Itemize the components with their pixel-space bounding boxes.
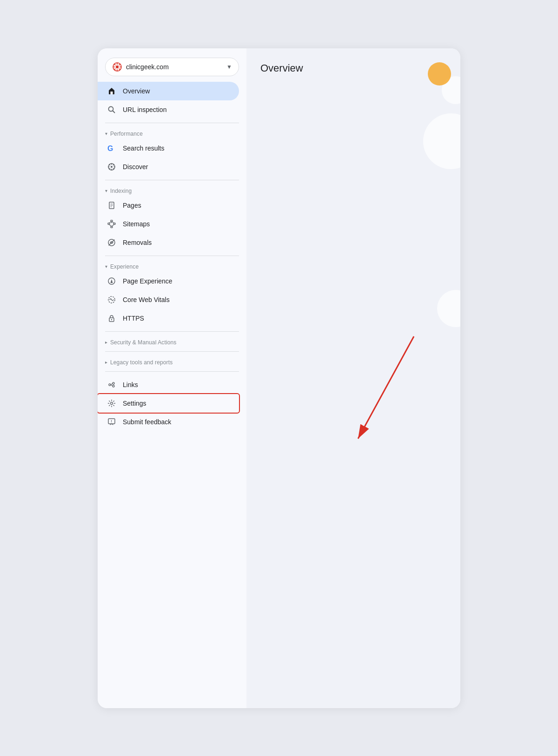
property-selector[interactable]: clinicgeek.com ▼ bbox=[105, 58, 239, 76]
svg-line-4 bbox=[113, 111, 115, 112]
deco-circle-3 bbox=[437, 290, 460, 327]
sidebar-item-sitemaps[interactable]: Sitemaps bbox=[98, 215, 239, 233]
core-web-vitals-label: Core Web Vitals bbox=[123, 296, 170, 303]
svg-rect-2 bbox=[111, 92, 113, 94]
svg-rect-22 bbox=[113, 223, 115, 224]
dropdown-arrow-icon: ▼ bbox=[226, 64, 232, 70]
sitemaps-label: Sitemaps bbox=[123, 220, 150, 228]
svg-line-26 bbox=[112, 224, 114, 226]
deco-circle-2 bbox=[423, 113, 460, 169]
security-section-header[interactable]: ▸ Security & Manual Actions bbox=[98, 335, 246, 348]
sidebar-item-pages[interactable]: Pages bbox=[98, 196, 239, 215]
sitemaps-icon bbox=[107, 219, 116, 229]
page-title: Overview bbox=[260, 62, 446, 74]
performance-section-label: Performance bbox=[110, 131, 143, 137]
divider-2 bbox=[105, 180, 239, 180]
sidebar-item-search-results[interactable]: G Search results bbox=[98, 139, 239, 158]
svg-point-38 bbox=[113, 385, 114, 387]
svg-point-35 bbox=[111, 319, 112, 320]
indexing-collapse-icon: ▾ bbox=[105, 188, 107, 193]
performance-section-header: ▾ Performance bbox=[98, 127, 246, 139]
svg-rect-21 bbox=[108, 223, 110, 224]
svg-line-30 bbox=[109, 240, 114, 245]
pages-label: Pages bbox=[123, 202, 141, 209]
svg-point-1 bbox=[116, 66, 119, 68]
page-experience-icon bbox=[107, 276, 116, 286]
divider-6 bbox=[105, 371, 239, 372]
main-card: clinicgeek.com ▼ Overview URL inspection bbox=[98, 48, 460, 708]
svg-line-14 bbox=[109, 168, 110, 169]
pages-icon bbox=[107, 201, 116, 210]
settings-icon bbox=[107, 399, 116, 408]
legacy-expand-icon: ▸ bbox=[105, 360, 107, 365]
indexing-section-label: Indexing bbox=[110, 188, 132, 194]
svg-text:!: ! bbox=[111, 419, 112, 423]
sidebar-item-core-web-vitals[interactable]: Core Web Vitals bbox=[98, 290, 239, 309]
svg-point-36 bbox=[109, 384, 111, 386]
sidebar-item-https[interactable]: HTTPS bbox=[98, 309, 239, 328]
submit-feedback-label: Submit feedback bbox=[123, 418, 171, 426]
annotation-arrow bbox=[330, 327, 432, 457]
svg-line-13 bbox=[113, 164, 114, 165]
experience-section-header: ▾ Experience bbox=[98, 260, 246, 272]
sidebar: clinicgeek.com ▼ Overview URL inspection bbox=[98, 48, 246, 708]
sidebar-item-page-experience[interactable]: Page Experience bbox=[98, 272, 239, 290]
divider-5 bbox=[105, 351, 239, 352]
sidebar-item-submit-feedback[interactable]: ! Submit feedback bbox=[98, 413, 239, 431]
main-content: Overview bbox=[246, 48, 460, 708]
experience-collapse-icon: ▾ bbox=[105, 264, 107, 269]
search-results-label: Search results bbox=[123, 145, 164, 152]
https-label: HTTPS bbox=[123, 315, 144, 322]
sidebar-item-settings[interactable]: Settings bbox=[98, 394, 239, 413]
svg-point-15 bbox=[111, 166, 113, 168]
sidebar-item-links[interactable]: Links bbox=[98, 375, 239, 394]
performance-collapse-icon: ▾ bbox=[105, 131, 107, 136]
svg-line-12 bbox=[113, 168, 114, 169]
removals-label: Removals bbox=[123, 239, 152, 246]
svg-marker-32 bbox=[111, 279, 113, 283]
search-icon bbox=[107, 105, 116, 114]
svg-line-40 bbox=[111, 385, 113, 386]
divider-3 bbox=[105, 256, 239, 256]
https-lock-icon bbox=[107, 314, 116, 323]
indexing-section-header: ▾ Indexing bbox=[98, 184, 246, 196]
removals-icon bbox=[107, 238, 116, 247]
url-inspection-label: URL inspection bbox=[123, 106, 166, 113]
svg-rect-20 bbox=[111, 220, 113, 222]
links-icon bbox=[107, 380, 116, 389]
svg-line-27 bbox=[109, 222, 112, 223]
links-label: Links bbox=[123, 381, 138, 388]
legacy-section-label: Legacy tools and reports bbox=[110, 359, 173, 366]
legacy-section-header[interactable]: ▸ Legacy tools and reports bbox=[98, 355, 246, 368]
sidebar-item-removals[interactable]: Removals bbox=[98, 233, 239, 252]
discover-icon bbox=[107, 162, 116, 171]
deco-yellow-circle bbox=[428, 62, 451, 85]
core-web-vitals-icon bbox=[107, 295, 116, 304]
svg-line-11 bbox=[109, 164, 110, 165]
settings-label: Settings bbox=[123, 400, 146, 407]
svg-rect-23 bbox=[111, 226, 113, 228]
security-section-label: Security & Manual Actions bbox=[110, 339, 176, 346]
google-g-icon: G bbox=[107, 144, 116, 153]
overview-label: Overview bbox=[123, 87, 150, 95]
security-expand-icon: ▸ bbox=[105, 340, 107, 345]
experience-section-label: Experience bbox=[110, 263, 139, 270]
sidebar-item-discover[interactable]: Discover bbox=[98, 158, 239, 176]
divider-1 bbox=[105, 123, 239, 123]
svg-text:G: G bbox=[107, 145, 113, 152]
svg-point-41 bbox=[111, 402, 113, 404]
property-name: clinicgeek.com bbox=[126, 63, 223, 71]
svg-point-37 bbox=[113, 382, 114, 384]
sidebar-item-url-inspection[interactable]: URL inspection bbox=[98, 100, 239, 119]
page-experience-label: Page Experience bbox=[123, 277, 173, 285]
property-icon bbox=[112, 62, 122, 72]
feedback-icon: ! bbox=[107, 417, 116, 427]
discover-label: Discover bbox=[123, 163, 148, 171]
svg-line-28 bbox=[112, 222, 114, 223]
sidebar-item-overview[interactable]: Overview bbox=[98, 82, 239, 100]
svg-line-25 bbox=[109, 224, 112, 226]
home-icon bbox=[107, 86, 116, 96]
divider-4 bbox=[105, 331, 239, 332]
